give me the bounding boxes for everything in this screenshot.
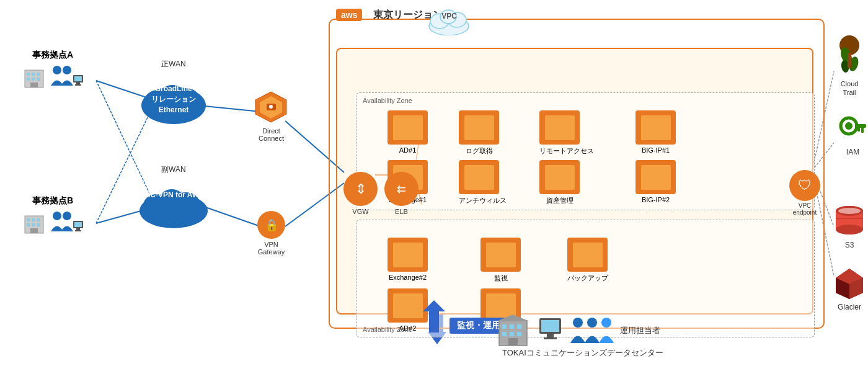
svg-rect-91 (541, 320, 559, 332)
wan-secondary-label: 副WAN (161, 164, 186, 175)
svg-rect-35 (32, 223, 35, 226)
svg-rect-27 (74, 76, 82, 81)
iam-icon (839, 115, 867, 146)
vpn-lock-icon: 🔒 (257, 211, 285, 239)
svg-rect-43 (75, 230, 81, 231)
glacier-service: Glacier (831, 267, 868, 311)
svg-rect-28 (76, 83, 80, 84)
vpn-gateway-label: VPNGateway (257, 241, 285, 256)
computer-icon (536, 315, 564, 346)
server-asset-label: 資産管理 (539, 196, 580, 205)
svg-rect-21 (32, 78, 35, 81)
server-monitor: 監視 (480, 238, 521, 283)
server-antivirus: アンチウィルス (459, 160, 507, 205)
svg-marker-80 (423, 300, 445, 333)
svg-rect-64 (848, 53, 851, 68)
cloudtrail-label: CloudTrail (831, 79, 868, 97)
svg-marker-89 (498, 315, 528, 321)
server-log: ログ取得 (459, 110, 499, 156)
svg-rect-20 (27, 78, 30, 81)
s3-icon (834, 205, 865, 239)
vgw-icon: ⇕ (343, 172, 378, 206)
svg-rect-37 (30, 228, 38, 233)
vgw-label: VGW (343, 208, 378, 215)
server-ad1-label: AD#1 (388, 146, 428, 154)
building-icon-a (22, 64, 46, 89)
direct-connect-group: DirectConnect (254, 90, 288, 142)
svg-rect-82 (502, 324, 507, 329)
elb-label: ELB (384, 208, 418, 215)
datacenter-group: 運用担当者 (496, 313, 660, 347)
iam-label: IAM (836, 148, 868, 156)
vicvpn-label: VIC-VPN for AWS (133, 190, 214, 199)
az-box-top: Availability Zone AD#1 ログ取得 (356, 92, 815, 210)
glacier-icon (834, 267, 865, 301)
wan-primary-label: 正WAN (161, 59, 186, 69)
people-icon-b (50, 210, 84, 234)
svg-rect-17 (27, 73, 30, 76)
az-bottom-label: Availability Zone (363, 326, 412, 333)
svg-point-24 (53, 66, 61, 74)
server-backup-label: バックアップ (567, 274, 608, 283)
svg-rect-92 (547, 334, 554, 337)
svg-rect-22 (37, 78, 40, 81)
svg-rect-31 (27, 218, 30, 221)
cloudtrail-icon (834, 34, 865, 78)
svg-point-25 (63, 66, 71, 74)
svg-rect-33 (37, 218, 40, 221)
direct-connect-icon (254, 90, 288, 124)
operators-icon (570, 315, 614, 346)
svg-rect-86 (510, 332, 514, 336)
svg-rect-93 (544, 337, 557, 339)
broadline-label: BroadLineリレーションEthernet (136, 84, 211, 115)
vpc-endpoint-label: VPCendpoint (789, 202, 820, 216)
vpc-endpoint-group: 🛡 VPCendpoint (789, 170, 820, 216)
up-arrow-icon (422, 299, 446, 333)
server-bigip1-label: BIG-IP#1 (636, 146, 676, 154)
server-monitor-label: 監視 (480, 274, 521, 283)
server-bigip2: BIG-IP#2 (636, 160, 676, 203)
s3-label: S3 (831, 241, 868, 249)
cloudtrail-service: CloudTrail (831, 34, 868, 97)
vgw-group: ⇕ VGW (343, 172, 378, 215)
building-icon-b (22, 210, 46, 234)
svg-point-66 (845, 122, 852, 130)
diagram: 事務拠点A (0, 0, 868, 366)
vpc-endpoint-icon: 🛡 (789, 170, 820, 201)
vicvpn-cloud-shape (133, 177, 214, 230)
broadline-cloud: BroadLineリレーションEthernet (136, 71, 211, 127)
monitor-arrow (422, 299, 446, 335)
svg-rect-85 (502, 332, 507, 336)
aws-badge: aws (336, 9, 362, 21)
server-exchange2-label: Exchange#2 (388, 274, 428, 281)
server-ad1: AD#1 (388, 110, 428, 154)
svg-rect-18 (32, 73, 35, 76)
svg-rect-87 (517, 332, 521, 336)
glacier-label: Glacier (831, 303, 868, 311)
svg-point-74 (838, 208, 861, 214)
server-asset: 資産管理 (539, 160, 580, 205)
svg-rect-84 (517, 324, 521, 329)
server-bigip1: BIG-IP#1 (636, 110, 676, 154)
datacenter-building-icon (496, 313, 530, 347)
s3-service: S3 (831, 205, 868, 249)
people-icon-a (50, 64, 84, 89)
svg-rect-41 (74, 222, 82, 227)
svg-point-94 (573, 318, 583, 328)
svg-rect-42 (76, 228, 80, 230)
svg-rect-29 (75, 84, 81, 86)
site-b-group: 事務拠点B (6, 195, 99, 234)
operator-label: 運用担当者 (620, 325, 660, 336)
az-top-label: Availability Zone (363, 97, 412, 104)
svg-point-96 (601, 318, 611, 328)
vpc-cloud: VPC (426, 4, 472, 37)
server-antivirus-label: アンチウィルス (459, 196, 507, 205)
datacenter-label: TOKAIコミュニケーションズデータセンター (502, 347, 663, 359)
svg-rect-83 (510, 324, 514, 329)
svg-rect-23 (30, 83, 38, 87)
server-remote-label: リモートアクセス (539, 146, 594, 156)
server-backup: バックアップ (567, 238, 608, 283)
vpc-label: VPC (426, 12, 472, 20)
svg-point-39 (63, 212, 71, 220)
svg-rect-67 (855, 124, 866, 128)
